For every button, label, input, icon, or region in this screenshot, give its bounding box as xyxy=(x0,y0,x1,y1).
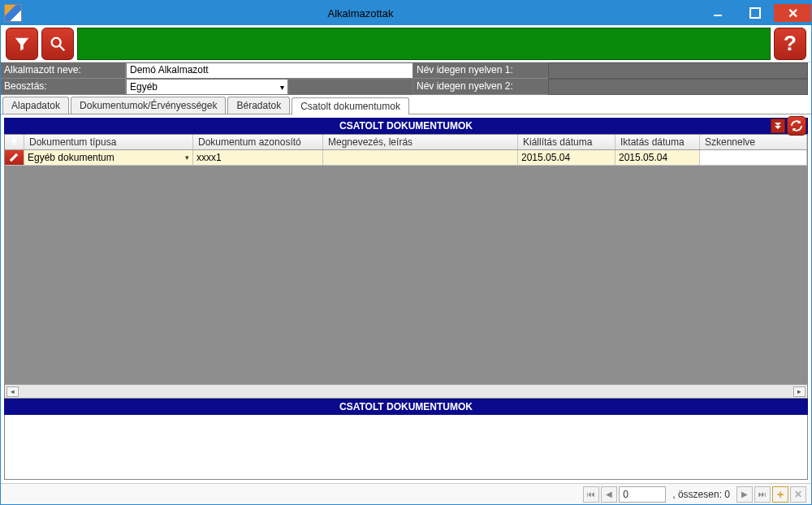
nav-current-input[interactable] xyxy=(619,486,666,503)
panel-title: CSATOLT DOKUMENTUMOK xyxy=(339,120,473,132)
funnel-icon xyxy=(13,35,31,53)
row-edit-marker[interactable] xyxy=(5,150,24,166)
tab-salary-data[interactable]: Béradatok xyxy=(227,97,290,114)
cell-desc[interactable] xyxy=(323,150,518,166)
filter-button[interactable] xyxy=(6,28,38,60)
position-label: Beosztás: xyxy=(1,79,126,95)
grid: Dokumentum típusa Dokumentum azonosító M… xyxy=(4,134,808,399)
col-reg-date[interactable]: Iktatás dátuma xyxy=(615,135,700,149)
nav-last-button[interactable]: ⏭ xyxy=(754,486,771,503)
form-area: Alkalmazott neve: Demó Alkalmazott Név i… xyxy=(1,63,811,95)
minimize-button[interactable] xyxy=(699,4,736,22)
foreign-name2-label: Név idegen nyelven 2: xyxy=(413,79,548,95)
col-doc-type[interactable]: Dokumentum típusa xyxy=(24,135,193,149)
search-button[interactable] xyxy=(41,28,74,60)
position-select[interactable]: Egyéb xyxy=(126,79,288,95)
col-issue-date[interactable]: Kiállítás dátuma xyxy=(518,135,615,149)
collapse-button[interactable] xyxy=(771,119,785,133)
foreign-name1-field[interactable] xyxy=(548,63,808,79)
nav-first-button[interactable]: ⏮ xyxy=(583,486,599,503)
tab-attached-documents[interactable]: Csatolt dokumentumok xyxy=(292,97,409,114)
foreign-name2-field[interactable] xyxy=(548,79,808,95)
app-icon xyxy=(4,4,22,22)
window-title: Alkalmazottak xyxy=(22,7,699,19)
grid-header-row: Dokumentum típusa Dokumentum azonosító M… xyxy=(5,135,807,150)
scroll-left-button[interactable]: ◂ xyxy=(6,386,19,397)
scroll-right-button[interactable]: ▸ xyxy=(793,386,806,397)
status-bar xyxy=(77,28,771,60)
horizontal-scrollbar[interactable]: ◂ ▸ xyxy=(5,384,807,398)
cell-doc-type[interactable]: Egyéb dokumentum xyxy=(24,150,193,166)
name-field[interactable]: Demó Alkalmazott xyxy=(126,63,413,79)
cell-reg-date[interactable]: 2015.05.04 xyxy=(615,150,700,166)
titlebar[interactable]: Alkalmazottak ✕ xyxy=(1,1,811,25)
panel-header: CSATOLT DOKUMENTUMOK xyxy=(4,118,808,134)
cell-doc-id[interactable]: xxxx1 xyxy=(193,150,323,166)
help-button[interactable]: ? xyxy=(774,28,806,60)
position-extra-field[interactable] xyxy=(288,79,413,95)
nav-add-button[interactable]: + xyxy=(772,486,788,503)
grid-filter-button[interactable] xyxy=(5,135,24,149)
name-label: Alkalmazott neve: xyxy=(1,63,126,79)
navigator-bar: ⏮ ◀ , összesen: 0 ▶ ⏭ + ✕ xyxy=(1,483,811,504)
collapse-icon xyxy=(774,122,782,130)
cell-issue-date[interactable]: 2015.05.04 xyxy=(518,150,615,166)
lower-panel-title: CSATOLT DOKUMENTUMOK xyxy=(339,401,473,412)
foreign-name1-label: Név idegen nyelven 1: xyxy=(413,63,548,79)
table-row[interactable]: Egyéb dokumentum xxxx1 2015.05.04 2015.0… xyxy=(5,150,807,166)
close-button[interactable]: ✕ xyxy=(774,4,811,22)
pencil-icon xyxy=(8,152,19,163)
refresh-icon xyxy=(789,119,804,133)
col-doc-id[interactable]: Dokumentum azonosító xyxy=(193,135,323,149)
maximize-button[interactable] xyxy=(736,4,774,22)
tab-basic-data[interactable]: Alapadatok xyxy=(2,97,69,114)
tab-documents-validity[interactable]: Dokumentumok/Érvényességek xyxy=(71,97,226,114)
lower-panel-header: CSATOLT DOKUMENTUMOK xyxy=(4,399,808,415)
grid-body[interactable]: Egyéb dokumentum xxxx1 2015.05.04 2015.0… xyxy=(5,150,807,384)
nav-next-button[interactable]: ▶ xyxy=(736,486,753,503)
position-value: Egyéb xyxy=(130,81,158,93)
svg-line-1 xyxy=(60,45,65,50)
toolbar: ? xyxy=(1,25,811,63)
refresh-button[interactable] xyxy=(787,116,806,136)
cell-scanned[interactable] xyxy=(700,150,807,166)
col-desc[interactable]: Megnevezés, leírás xyxy=(323,135,518,149)
magnifier-icon xyxy=(49,35,67,53)
svg-point-0 xyxy=(52,37,61,46)
nav-prev-button[interactable]: ◀ xyxy=(601,486,617,503)
lower-panel-body xyxy=(4,415,808,480)
nav-total-label: , összesen: 0 xyxy=(667,489,735,500)
nav-delete-button[interactable]: ✕ xyxy=(790,486,806,503)
funnel-icon xyxy=(10,136,19,148)
col-scanned[interactable]: Szkennelve xyxy=(700,135,807,149)
tabbar: Alapadatok Dokumentumok/Érvényességek Bé… xyxy=(1,95,811,114)
